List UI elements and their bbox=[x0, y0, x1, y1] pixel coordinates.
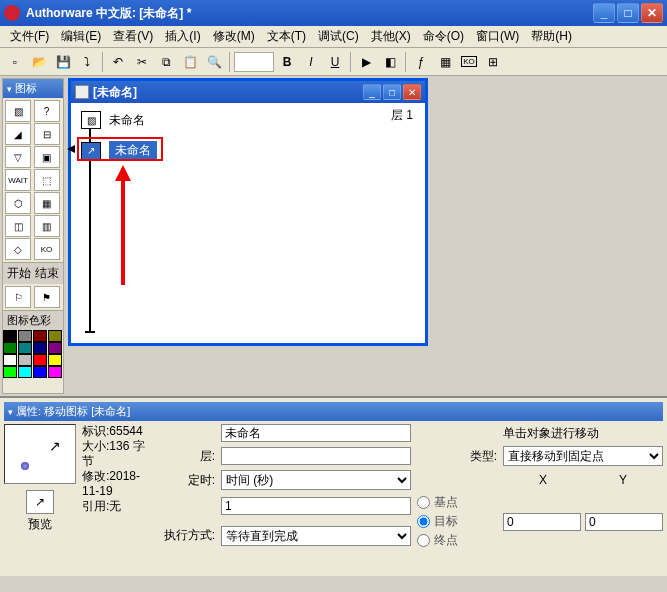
color-swatch[interactable] bbox=[33, 354, 47, 366]
preview-thumbnail[interactable]: ↗ bbox=[4, 424, 76, 484]
navigate-icon[interactable]: ▽ bbox=[5, 146, 31, 168]
menu-text[interactable]: 文本(T) bbox=[261, 26, 312, 47]
paste-icon[interactable]: 📋 bbox=[179, 51, 201, 73]
radio-base[interactable]: 基点 bbox=[417, 494, 497, 511]
x-input[interactable] bbox=[503, 513, 581, 531]
minimize-button[interactable]: _ bbox=[593, 3, 615, 23]
color-swatch[interactable] bbox=[33, 366, 47, 378]
map-icon[interactable]: ▦ bbox=[34, 192, 60, 214]
maximize-button[interactable]: □ bbox=[617, 3, 639, 23]
y-input[interactable] bbox=[585, 513, 663, 531]
bold-icon[interactable]: B bbox=[276, 51, 298, 73]
open-file-icon[interactable]: 📂 bbox=[28, 51, 50, 73]
color-swatch[interactable] bbox=[3, 354, 17, 366]
document-body[interactable]: 层 1 ▧ 未命名 ↗ 未命名 bbox=[71, 103, 425, 343]
menu-modify[interactable]: 修改(M) bbox=[207, 26, 261, 47]
color-swatch[interactable] bbox=[18, 366, 32, 378]
node2-label[interactable]: 未命名 bbox=[109, 141, 157, 160]
text-style-dropdown[interactable] bbox=[234, 52, 274, 72]
sound-icon[interactable]: ▥ bbox=[34, 215, 60, 237]
doc-minimize-button[interactable]: _ bbox=[363, 84, 381, 100]
new-file-icon[interactable]: ▫ bbox=[4, 51, 26, 73]
underline-icon[interactable]: U bbox=[324, 51, 346, 73]
flow-node-motion[interactable]: ↗ 未命名 bbox=[81, 141, 157, 160]
preview-label: 预览 bbox=[28, 516, 52, 533]
document-title: [未命名] bbox=[93, 84, 363, 101]
menu-other[interactable]: 其他(X) bbox=[365, 26, 417, 47]
italic-icon[interactable]: I bbox=[300, 51, 322, 73]
calculation-icon[interactable]: ⬡ bbox=[5, 192, 31, 214]
start-flag-icon[interactable]: ⚐ bbox=[5, 286, 31, 308]
x-label: X bbox=[539, 473, 547, 487]
flow-node-display[interactable]: ▧ 未命名 bbox=[81, 111, 145, 129]
icon-name-input[interactable] bbox=[221, 424, 411, 442]
menu-command[interactable]: 命令(O) bbox=[417, 26, 470, 47]
color-swatch[interactable] bbox=[18, 342, 32, 354]
node1-label[interactable]: 未命名 bbox=[109, 112, 145, 129]
document-window: [未命名] _ □ ✕ 层 1 ▧ 未命名 ↗ 未命名 bbox=[68, 78, 428, 346]
trace-icon[interactable]: ⊞ bbox=[482, 51, 504, 73]
color-swatch[interactable] bbox=[3, 366, 17, 378]
doc-close-button[interactable]: ✕ bbox=[403, 84, 421, 100]
variables-icon[interactable]: ▦ bbox=[434, 51, 456, 73]
undo-icon[interactable]: ↶ bbox=[107, 51, 129, 73]
timing-value-input[interactable] bbox=[221, 497, 411, 515]
save-all-icon[interactable]: 💾 bbox=[52, 51, 74, 73]
preview-button-area: ↗ 预览 bbox=[4, 490, 76, 533]
window-buttons: _ □ ✕ bbox=[593, 3, 663, 23]
color-swatch[interactable] bbox=[48, 342, 62, 354]
color-section-label: 图标色彩 bbox=[3, 310, 63, 330]
menu-view[interactable]: 查看(V) bbox=[107, 26, 159, 47]
interaction-icon[interactable]: ⬚ bbox=[34, 169, 60, 191]
run-icon[interactable]: ▶ bbox=[355, 51, 377, 73]
close-button[interactable]: ✕ bbox=[641, 3, 663, 23]
radio-end[interactable]: 终点 bbox=[417, 532, 497, 549]
functions-icon[interactable]: ƒ bbox=[410, 51, 432, 73]
type-select[interactable]: 直接移动到固定点 bbox=[503, 446, 663, 466]
menu-insert[interactable]: 插入(I) bbox=[159, 26, 206, 47]
toolbar-separator bbox=[229, 52, 230, 72]
knowledge-object-icon[interactable]: KO bbox=[34, 238, 60, 260]
motion-icon[interactable]: ? bbox=[34, 100, 60, 122]
properties-panel: 属性: 移动图标 [未命名] ↗ ↗ 预览 标识:65544 大小:136 字节… bbox=[0, 396, 667, 576]
palette-start-end: 开始 结束 bbox=[3, 262, 63, 284]
color-swatch[interactable] bbox=[33, 330, 47, 342]
menu-window[interactable]: 窗口(W) bbox=[470, 26, 525, 47]
properties-title[interactable]: 属性: 移动图标 [未命名] bbox=[4, 402, 663, 421]
wait-icon[interactable]: ⊟ bbox=[34, 123, 60, 145]
control-panel-icon[interactable]: ◧ bbox=[379, 51, 401, 73]
color-swatch[interactable] bbox=[33, 342, 47, 354]
menu-file[interactable]: 文件(F) bbox=[4, 26, 55, 47]
layer-input[interactable] bbox=[221, 447, 411, 465]
cut-icon[interactable]: ✂ bbox=[131, 51, 153, 73]
dvd-icon[interactable]: ◇ bbox=[5, 238, 31, 260]
exec-select[interactable]: 等待直到完成 bbox=[221, 526, 411, 546]
document-titlebar[interactable]: [未命名] _ □ ✕ bbox=[71, 81, 425, 103]
knowledge-icon[interactable]: KO bbox=[458, 51, 480, 73]
menu-edit[interactable]: 编辑(E) bbox=[55, 26, 107, 47]
timing-select[interactable]: 时间 (秒) bbox=[221, 470, 411, 490]
find-icon[interactable]: 🔍 bbox=[203, 51, 225, 73]
preview-icon-button[interactable]: ↗ bbox=[26, 490, 54, 514]
color-swatch[interactable] bbox=[18, 354, 32, 366]
color-swatch[interactable] bbox=[48, 330, 62, 342]
framework-icon[interactable]: ▣ bbox=[34, 146, 60, 168]
menu-help[interactable]: 帮助(H) bbox=[525, 26, 578, 47]
color-swatch[interactable] bbox=[48, 354, 62, 366]
menu-debug[interactable]: 调试(C) bbox=[312, 26, 365, 47]
color-swatch[interactable] bbox=[3, 342, 17, 354]
color-swatch[interactable] bbox=[3, 330, 17, 342]
import-icon[interactable]: ⤵ bbox=[76, 51, 98, 73]
palette-title[interactable]: 图标 bbox=[3, 79, 63, 98]
copy-icon[interactable]: ⧉ bbox=[155, 51, 177, 73]
radio-target[interactable]: 目标 bbox=[417, 513, 497, 530]
display-icon[interactable]: ▧ bbox=[5, 100, 31, 122]
document-icon bbox=[75, 85, 89, 99]
decision-icon[interactable]: WAIT bbox=[5, 169, 31, 191]
doc-maximize-button[interactable]: □ bbox=[383, 84, 401, 100]
stop-flag-icon[interactable]: ⚑ bbox=[34, 286, 60, 308]
digital-movie-icon[interactable]: ◫ bbox=[5, 215, 31, 237]
color-swatch[interactable] bbox=[18, 330, 32, 342]
erase-icon[interactable]: ◢ bbox=[5, 123, 31, 145]
color-swatch[interactable] bbox=[48, 366, 62, 378]
